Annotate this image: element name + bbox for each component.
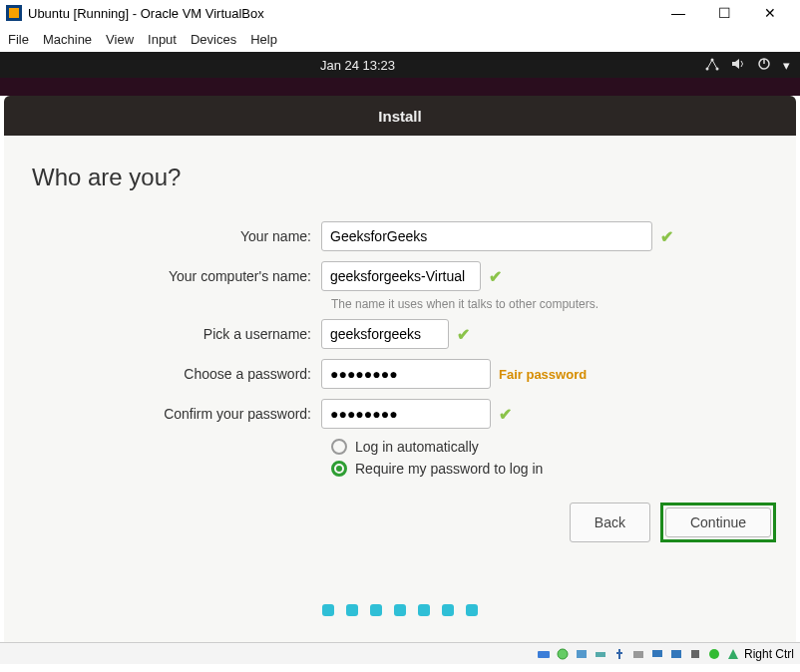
row-username: Pick a username: ✔ xyxy=(32,319,768,349)
usb-icon[interactable] xyxy=(611,646,627,662)
mouse-integration-icon[interactable] xyxy=(706,646,722,662)
radio-require-label: Require my password to log in xyxy=(355,461,543,477)
back-button[interactable]: Back xyxy=(570,503,650,542)
volume-icon[interactable] xyxy=(731,57,745,74)
row-confirm: Confirm your password: ✔ xyxy=(32,399,768,429)
close-button[interactable]: ✕ xyxy=(756,5,784,21)
network-icon[interactable] xyxy=(705,57,719,74)
recording-icon[interactable] xyxy=(668,646,684,662)
window-controls: — ☐ ✕ xyxy=(664,5,794,21)
progress-dot xyxy=(442,604,454,616)
svg-point-16 xyxy=(709,649,719,659)
window-titlebar: Ubuntu [Running] - Oracle VM VirtualBox … xyxy=(0,0,800,26)
svg-rect-8 xyxy=(538,651,550,658)
audio-icon[interactable] xyxy=(574,646,590,662)
svg-rect-14 xyxy=(671,650,681,658)
installer-content: Who are you? Your name: ✔ Your computer'… xyxy=(4,136,796,642)
host-key-label: Right Ctrl xyxy=(744,647,794,661)
input-username[interactable] xyxy=(321,319,449,349)
progress-dot xyxy=(346,604,358,616)
svg-rect-10 xyxy=(577,650,587,658)
window-title: Ubuntu [Running] - Oracle VM VirtualBox xyxy=(28,6,664,21)
continue-button[interactable]: Continue xyxy=(665,507,771,537)
password-strength: Fair password xyxy=(499,367,587,382)
menu-devices[interactable]: Devices xyxy=(191,32,236,47)
minimize-button[interactable]: — xyxy=(664,5,692,21)
clock[interactable]: Jan 24 13:23 xyxy=(10,58,705,73)
vbox-statusbar: Right Ctrl xyxy=(0,642,800,664)
input-your-name[interactable] xyxy=(321,221,652,251)
menu-file[interactable]: File xyxy=(8,32,29,47)
progress-dot xyxy=(466,604,478,616)
window-chrome-strip xyxy=(0,78,800,96)
label-confirm: Confirm your password: xyxy=(32,406,321,422)
maximize-button[interactable]: ☐ xyxy=(710,5,738,21)
svg-marker-17 xyxy=(728,649,738,659)
dropdown-icon[interactable]: ▾ xyxy=(783,58,790,73)
display-icon[interactable] xyxy=(649,646,665,662)
radio-auto-label: Log in automatically xyxy=(355,439,479,455)
menu-view[interactable]: View xyxy=(106,32,134,47)
row-computer-name: Your computer's name: ✔ xyxy=(32,261,768,291)
menu-help[interactable]: Help xyxy=(250,32,277,47)
computer-name-hint: The name it uses when it talks to other … xyxy=(331,297,768,311)
guest-topbar: Jan 24 13:23 ▾ xyxy=(0,52,800,78)
power-icon[interactable] xyxy=(757,57,771,74)
menu-machine[interactable]: Machine xyxy=(43,32,92,47)
network-adapter-icon[interactable] xyxy=(593,646,608,662)
progress-dot xyxy=(394,604,406,616)
continue-highlight: Continue xyxy=(660,503,776,542)
radio-off-icon xyxy=(331,439,347,455)
menu-input[interactable]: Input xyxy=(148,32,177,47)
keyboard-capture-icon[interactable] xyxy=(725,646,741,662)
svg-marker-5 xyxy=(732,59,739,69)
radio-require-password[interactable]: Require my password to log in xyxy=(331,461,768,477)
input-confirm-password[interactable] xyxy=(321,399,491,429)
check-icon: ✔ xyxy=(499,405,512,424)
check-icon: ✔ xyxy=(457,325,470,344)
installer-title: Install xyxy=(378,108,421,125)
page-heading: Who are you? xyxy=(32,164,768,191)
row-password: Choose a password: Fair password xyxy=(32,359,768,389)
optical-drive-icon[interactable] xyxy=(555,646,571,662)
login-option-group: Log in automatically Require my password… xyxy=(331,439,768,477)
check-icon: ✔ xyxy=(489,267,502,286)
svg-rect-11 xyxy=(596,652,605,657)
label-password: Choose a password: xyxy=(32,366,321,382)
installer-titlebar: Install xyxy=(4,96,796,136)
input-password[interactable] xyxy=(321,359,491,389)
row-your-name: Your name: ✔ xyxy=(32,221,768,251)
progress-dot xyxy=(370,604,382,616)
svg-rect-13 xyxy=(652,650,662,657)
label-username: Pick a username: xyxy=(32,326,321,342)
label-computer-name: Your computer's name: xyxy=(32,268,321,284)
label-your-name: Your name: xyxy=(32,228,321,244)
input-computer-name[interactable] xyxy=(321,261,481,291)
radio-login-automatically[interactable]: Log in automatically xyxy=(331,439,768,455)
hard-disk-icon[interactable] xyxy=(536,646,552,662)
virtualbox-icon xyxy=(6,5,22,21)
svg-point-9 xyxy=(558,649,568,659)
svg-rect-15 xyxy=(691,650,699,658)
progress-dots xyxy=(322,604,478,616)
progress-dot xyxy=(322,604,334,616)
host-menubar: File Machine View Input Devices Help xyxy=(0,26,800,52)
check-icon: ✔ xyxy=(660,227,673,246)
nav-buttons: Back Continue xyxy=(570,503,776,542)
processor-icon[interactable] xyxy=(687,646,703,662)
shared-folder-icon[interactable] xyxy=(630,646,646,662)
svg-rect-1 xyxy=(9,8,19,18)
radio-on-icon xyxy=(331,461,347,477)
svg-rect-12 xyxy=(633,651,643,658)
progress-dot xyxy=(418,604,430,616)
